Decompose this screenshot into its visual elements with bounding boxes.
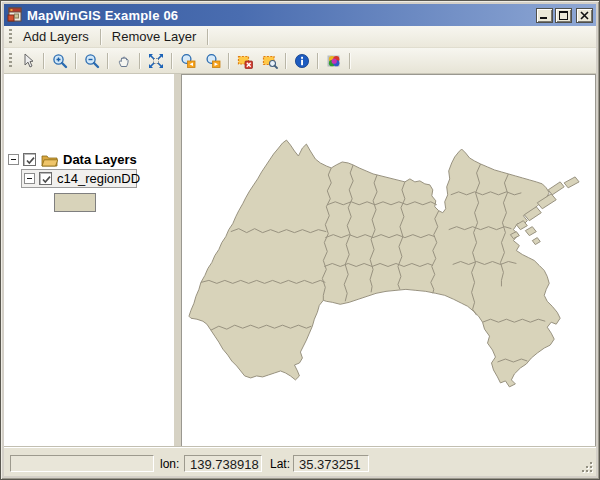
- zoom-full-extent-icon: [148, 53, 164, 69]
- zoom-to-selection-button[interactable]: [257, 49, 282, 72]
- clear-selection-button[interactable]: [232, 49, 257, 72]
- toolbar-separator: [139, 53, 140, 69]
- layer-color-swatch[interactable]: [54, 193, 96, 212]
- tree-root-label[interactable]: Data Layers: [63, 152, 137, 167]
- zoom-previous-button[interactable]: [175, 49, 200, 72]
- menu-separator: [100, 29, 101, 45]
- app-form-icon: [7, 7, 23, 23]
- menu-item-add-layers[interactable]: Add Layers: [15, 26, 97, 47]
- minimize-icon: [540, 11, 549, 20]
- toolbar-separator: [349, 53, 350, 69]
- layer-visibility-checkbox[interactable]: [39, 172, 52, 185]
- select-pointer-button[interactable]: [15, 49, 40, 72]
- collapse-node-icon[interactable]: [8, 154, 19, 165]
- toolbar-separator: [75, 53, 76, 69]
- maximize-button[interactable]: [555, 8, 572, 23]
- app-window: MapWinGIS Example 06 Add Layers Remove L…: [0, 0, 600, 480]
- window-title: MapWinGIS Example 06: [27, 8, 534, 23]
- collapse-node-icon[interactable]: [24, 173, 35, 184]
- resize-grip-handle[interactable]: [580, 460, 594, 474]
- toolbar-separator: [317, 53, 318, 69]
- toolbar-separator: [228, 53, 229, 69]
- menu-item-remove-layer[interactable]: Remove Layer: [104, 26, 205, 47]
- lat-label: Lat:: [270, 457, 290, 471]
- zoom-in-icon: [52, 53, 68, 69]
- zoom-to-selection-icon: [262, 53, 278, 69]
- map-canvas: [182, 75, 595, 446]
- panel-splitter[interactable]: [174, 74, 181, 447]
- clear-selection-icon: [237, 53, 253, 69]
- menu-separator: [207, 29, 208, 45]
- lon-value-box: 139.738918: [184, 455, 262, 472]
- checkmark-icon: [25, 155, 36, 166]
- folder-icon: [41, 153, 58, 167]
- identify-info-icon: [294, 53, 310, 69]
- content-area: Data Layers c14_regionDD: [4, 74, 596, 447]
- close-button[interactable]: [576, 8, 593, 23]
- zoom-full-extent-button[interactable]: [143, 49, 168, 72]
- map-viewport[interactable]: [181, 74, 596, 447]
- zoom-next-icon: [205, 53, 221, 69]
- zoom-previous-icon: [180, 53, 196, 69]
- menustrip-grip-handle[interactable]: [9, 29, 12, 44]
- toolbar-separator: [171, 53, 172, 69]
- close-icon: [580, 11, 589, 20]
- tree-node-layer-selected[interactable]: c14_regionDD: [21, 169, 137, 188]
- lat-value-box: 35.373251: [293, 455, 369, 472]
- tool-strip: [4, 48, 596, 74]
- toolbar-separator: [285, 53, 286, 69]
- zoom-out-icon: [84, 53, 100, 69]
- checkmark-icon: [41, 174, 52, 185]
- menu-strip: Add Layers Remove Layer: [4, 26, 596, 48]
- pan-button[interactable]: [111, 49, 136, 72]
- toolstrip-grip-handle[interactable]: [9, 53, 12, 68]
- data-layers-checkbox[interactable]: [23, 153, 36, 166]
- minimize-button[interactable]: [536, 8, 553, 23]
- layers-tree-panel: Data Layers c14_regionDD: [4, 74, 174, 447]
- status-panel-empty: [10, 455, 154, 472]
- zoom-out-button[interactable]: [79, 49, 104, 72]
- maximize-icon: [559, 11, 568, 20]
- select-pointer-icon: [20, 53, 36, 69]
- zoom-next-button[interactable]: [200, 49, 225, 72]
- title-bar[interactable]: MapWinGIS Example 06: [4, 4, 596, 26]
- symbology-colors-icon: [326, 53, 342, 69]
- identify-info-button[interactable]: [289, 49, 314, 72]
- symbology-colors-button[interactable]: [321, 49, 346, 72]
- lon-label: lon:: [160, 457, 179, 471]
- toolbar-separator: [43, 53, 44, 69]
- toolbar-separator: [107, 53, 108, 69]
- status-bar: lon: 139.738918 Lat: 35.373251: [4, 447, 596, 476]
- layer-name-label[interactable]: c14_regionDD: [57, 171, 140, 186]
- kanagawa-region-layer: [189, 140, 579, 387]
- pan-hand-icon: [116, 53, 132, 69]
- tree-node-data-layers: Data Layers: [8, 151, 137, 168]
- zoom-in-button[interactable]: [47, 49, 72, 72]
